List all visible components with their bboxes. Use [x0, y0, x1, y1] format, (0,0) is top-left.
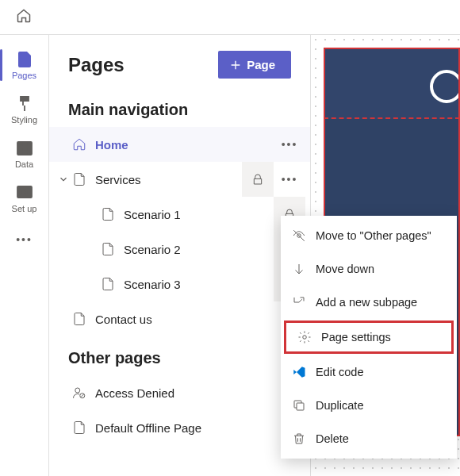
menu-label: Edit code	[316, 366, 363, 378]
svg-rect-0	[17, 142, 32, 155]
lock-icon	[242, 162, 274, 197]
menu-label: Page settings	[321, 331, 391, 344]
menu-page-settings[interactable]: Page settings	[284, 321, 454, 354]
menu-edit-code[interactable]: Edit code	[281, 355, 457, 389]
rail-data[interactable]: Data	[0, 132, 49, 176]
tree-item-contact[interactable]: Contact us	[49, 301, 310, 336]
tree-item-access-denied[interactable]: Access Denied	[49, 375, 310, 410]
tree-label: Scenario 2	[124, 243, 274, 256]
home-icon[interactable]	[16, 8, 32, 27]
tree-label: Services	[95, 173, 242, 186]
page-icon	[100, 241, 116, 257]
home-icon	[71, 136, 87, 152]
more-icon[interactable]: •••	[274, 162, 305, 197]
tree-item-scenario2[interactable]: Scenario 2	[49, 232, 310, 267]
rail-setup[interactable]: Set up	[0, 176, 49, 221]
menu-add-subpage[interactable]: Add a new subpage	[281, 286, 457, 319]
tree-label: Default Offline Page	[95, 421, 305, 435]
rail-label: Set up	[12, 204, 37, 213]
top-bar	[0, 0, 460, 35]
tree-item-services[interactable]: Services •••	[49, 162, 310, 197]
rail-more[interactable]: •••	[0, 224, 49, 255]
page-icon	[71, 420, 87, 436]
tree-item-home[interactable]: Home •••	[49, 127, 310, 162]
svg-point-6	[303, 336, 307, 340]
rail-label: Data	[15, 159, 33, 169]
menu-label: Delete	[316, 432, 349, 445]
menu-label: Add a new subpage	[316, 296, 417, 309]
menu-label: Move to "Other pages"	[316, 229, 431, 242]
person-denied-icon	[71, 385, 87, 401]
tree-item-scenario3[interactable]: Scenario 3	[49, 267, 310, 301]
rail-label: Pages	[12, 71, 36, 80]
section-main-nav: Main navigation	[49, 88, 310, 127]
tree-item-offline[interactable]: Default Offline Page	[49, 410, 310, 445]
add-page-label: Page	[247, 58, 275, 71]
more-icon[interactable]: •••	[274, 127, 305, 162]
menu-move-down[interactable]: Move down	[281, 252, 457, 286]
rail-label: Styling	[11, 115, 37, 125]
tree-label: Contact us	[95, 313, 305, 326]
panel-title: Pages	[68, 54, 125, 76]
menu-delete[interactable]: Delete	[281, 422, 457, 455]
svg-rect-7	[297, 403, 304, 410]
menu-duplicate[interactable]: Duplicate	[281, 389, 457, 422]
rail-styling[interactable]: Styling	[0, 87, 49, 132]
left-rail: Pages Styling Data Set up •••	[0, 35, 49, 476]
add-page-button[interactable]: Page	[218, 51, 291, 79]
tree-label: Scenario 1	[124, 208, 274, 221]
svg-point-2	[22, 190, 26, 194]
menu-label: Duplicate	[316, 399, 363, 412]
menu-move-other[interactable]: Move to "Other pages"	[281, 219, 457, 252]
chevron-down-icon[interactable]	[56, 174, 71, 185]
page-icon	[100, 206, 116, 222]
svg-point-3	[75, 388, 80, 393]
page-tree: Home ••• Services ••• Scenario 1 Scenari…	[49, 127, 310, 336]
tree-label: Access Denied	[95, 386, 305, 400]
tree-label: Home	[95, 138, 274, 152]
section-other-pages: Other pages	[49, 336, 310, 375]
pages-panel: Pages Page Main navigation Home ••• Serv…	[49, 35, 311, 476]
page-icon	[71, 171, 87, 187]
tree-label: Scenario 3	[124, 278, 274, 291]
page-icon	[71, 311, 87, 327]
page-icon	[100, 276, 116, 292]
preview-header	[324, 48, 460, 119]
context-menu: Move to "Other pages" Move down Add a ne…	[281, 216, 457, 459]
rail-pages[interactable]: Pages	[0, 43, 49, 87]
menu-label: Move down	[316, 263, 374, 275]
tree-item-scenario1[interactable]: Scenario 1	[49, 197, 310, 232]
